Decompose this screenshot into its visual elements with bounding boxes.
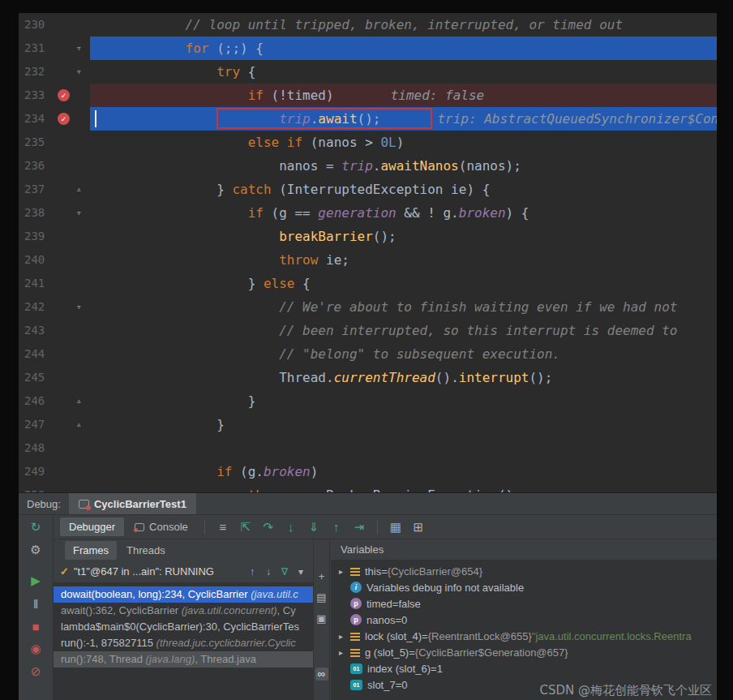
line-number[interactable]: 240 <box>24 248 45 272</box>
code-line-239[interactable]: 239 breakBarrier(); <box>19 225 717 248</box>
line-number[interactable]: 237 <box>24 178 45 201</box>
watch-list-icon[interactable]: ▤ <box>315 591 328 604</box>
line-number[interactable]: 235 <box>24 131 45 154</box>
tab-threads[interactable]: Threads <box>118 541 174 560</box>
line-number[interactable]: 242 <box>24 295 45 319</box>
fold-marker-icon[interactable]: ▵ <box>76 178 82 201</box>
filter-frames-icon[interactable]: ∇ <box>279 566 290 578</box>
step-out-icon[interactable]: ↑ <box>326 520 347 534</box>
line-number[interactable]: 243 <box>24 319 45 342</box>
code-text: // We're about to finish waiting even if… <box>92 295 677 319</box>
resume-icon[interactable]: ▶ <box>27 572 45 590</box>
line-number[interactable]: 236 <box>24 154 45 178</box>
pause-icon[interactable]: ‖ <box>27 595 45 612</box>
line-number[interactable]: 244 <box>24 342 45 366</box>
fold-marker-icon[interactable]: ▿ <box>76 201 82 225</box>
breakpoint-icon[interactable]: ✓ <box>58 113 70 125</box>
stack-frame-row[interactable]: run():-1, 875827115 (thread.juc.cyclicba… <box>54 635 313 651</box>
code-line-238[interactable]: 238▿ if (g == generation && ! g.broken) … <box>19 201 717 225</box>
step-into-icon[interactable]: ↓ <box>281 520 302 534</box>
code-line-246[interactable]: 246▵ } <box>19 389 717 413</box>
show-execution-point-icon[interactable]: ⇱ <box>235 520 256 535</box>
thread-dropdown-icon[interactable]: ▾ <box>295 566 306 578</box>
tab-console[interactable]: Console <box>126 517 197 536</box>
thread-selector[interactable]: ✓ "t1"@647 in ...ain": RUNNING ↑↓∇▾ <box>54 560 313 583</box>
code-line-230[interactable]: 230 // loop until tripped, broken, inter… <box>19 13 717 37</box>
code-line-231[interactable]: 231▿ for (;;) { <box>19 37 717 60</box>
frame-down-icon[interactable]: ↓ <box>263 566 274 578</box>
expand-chevron-icon[interactable]: ▸ <box>339 648 350 657</box>
code-line-247[interactable]: 247▵ } <box>19 413 717 436</box>
line-number[interactable]: 250 <box>24 483 45 492</box>
editor[interactable]: 230 // loop until tripped, broken, inter… <box>19 13 717 492</box>
stop-icon[interactable]: ■ <box>27 617 45 635</box>
force-step-into-icon[interactable]: ⇓ <box>303 520 324 535</box>
line-number[interactable]: 232 <box>24 60 45 84</box>
code-line-250[interactable]: 250 throw new BrokenBarrierException(); <box>19 483 717 492</box>
line-number[interactable]: 246 <box>24 389 45 413</box>
thread-dump-icon[interactable]: ▦ <box>385 520 406 535</box>
breakpoint-icon[interactable]: ✓ <box>58 89 70 101</box>
fold-marker-icon[interactable]: ▵ <box>76 413 82 436</box>
code-line-237[interactable]: 237▵ } catch (InterruptedException ie) { <box>19 178 717 201</box>
code-line-249[interactable]: 249 if (g.broken) <box>19 460 717 483</box>
evaluate-infinity-icon[interactable]: ∞ <box>315 668 328 681</box>
line-number[interactable]: 239 <box>24 225 45 248</box>
code-line-235[interactable]: 235 else if (nanos > 0L) <box>19 131 717 154</box>
step-over-icon[interactable]: ↷ <box>258 520 279 535</box>
line-number[interactable]: 231 <box>24 37 45 60</box>
code-line-243[interactable]: 243 // been interrupted, so this interru… <box>19 319 717 342</box>
copy-value-icon[interactable]: ▣ <box>315 612 328 625</box>
line-number[interactable]: 234 <box>24 107 45 131</box>
code-line-233[interactable]: 233✓ if (!timed)timed: false <box>19 84 717 107</box>
code-line-236[interactable]: 236 nanos = trip.awaitNanos(nanos); <box>19 154 717 178</box>
code-line-245[interactable]: 245 Thread.currentThread().interrupt(); <box>19 366 717 389</box>
variable-row[interactable]: 01index (slot_6) = 1 <box>331 660 717 676</box>
view-breakpoints-icon[interactable]: ◉ <box>27 640 45 658</box>
line-number[interactable]: 241 <box>24 272 45 295</box>
code-line-242[interactable]: 242▿ // We're about to finish waiting ev… <box>19 295 717 319</box>
line-number[interactable]: 238 <box>24 201 45 225</box>
line-number[interactable]: 248 <box>24 436 45 460</box>
code-line-234[interactable]: 234✓ trip.await();trip: AbstractQueuedSy… <box>19 107 717 131</box>
line-number[interactable]: 245 <box>24 366 45 389</box>
stack-frame-row[interactable]: run():748, Thread (java.lang), Thread.ja… <box>54 651 313 668</box>
wrench-icon[interactable]: ⚙ <box>27 541 45 559</box>
fold-marker-icon[interactable]: ▿ <box>76 37 82 60</box>
fold-marker-icon[interactable]: ▿ <box>76 60 82 84</box>
variable-row[interactable]: iVariables debug info not available <box>331 579 717 595</box>
mute-breakpoints-icon[interactable]: ⊘ <box>27 663 45 681</box>
run-to-cursor-icon[interactable]: ⇥ <box>349 520 370 535</box>
variable-row[interactable]: pnanos = 0 <box>331 612 717 628</box>
rerun-icon[interactable]: ↻ <box>27 518 45 536</box>
debug-session-tab[interactable]: CyclicBarrierTest1 <box>69 493 196 514</box>
stack-frame-row[interactable]: dowait(boolean, long):234, CyclicBarrier… <box>54 586 313 603</box>
variable-row[interactable]: ▸this = {CyclicBarrier@654} <box>331 563 717 579</box>
expand-chevron-icon[interactable]: ▸ <box>339 567 350 576</box>
code-line-240[interactable]: 240 throw ie; <box>19 248 717 272</box>
frame-up-icon[interactable]: ↑ <box>246 566 258 578</box>
restore-layout-icon[interactable]: ≡ <box>212 520 234 534</box>
code-line-241[interactable]: 241 } else { <box>19 272 717 295</box>
tab-frames[interactable]: Frames <box>65 541 117 560</box>
layout-settings-icon[interactable]: ⊞ <box>408 520 429 535</box>
variable-row[interactable]: ptimed = false <box>331 595 717 612</box>
code-line-244[interactable]: 244 // "belong" to subsequent execution. <box>19 342 717 366</box>
line-number[interactable]: 233 <box>24 84 45 107</box>
variable-row[interactable]: ▸g (slot_5) = {CyclicBarrier$Generation@… <box>331 644 717 660</box>
variable-row[interactable]: ▸lock (slot_4) = {ReentrantLock@655} "ja… <box>331 628 717 644</box>
code-line-248[interactable]: 248 <box>19 436 717 460</box>
fold-marker-icon[interactable]: ▿ <box>76 295 82 319</box>
text-caret <box>95 110 96 127</box>
add-watch-icon[interactable]: + <box>315 570 328 583</box>
fold-marker-icon[interactable]: ▵ <box>76 389 82 413</box>
stack-frame-row[interactable]: await():362, CyclicBarrier (java.util.co… <box>54 603 313 619</box>
stack-frame-row[interactable]: lambda$main$0(CyclicBarrier):30, CyclicB… <box>54 619 313 635</box>
line-number[interactable]: 249 <box>24 460 45 483</box>
expand-chevron-icon[interactable]: ▸ <box>339 632 350 641</box>
code-line-232[interactable]: 232▿ try { <box>19 60 717 84</box>
code-text: nanos = trip.awaitNanos(nanos); <box>92 154 521 178</box>
line-number[interactable]: 230 <box>24 13 45 37</box>
tab-debugger[interactable]: Debugger <box>60 517 124 536</box>
line-number[interactable]: 247 <box>24 413 45 436</box>
